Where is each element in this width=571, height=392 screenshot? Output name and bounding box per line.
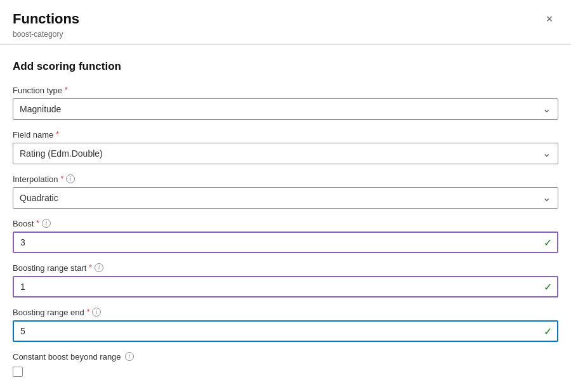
boosting-range-start-input[interactable] [13, 276, 558, 297]
function-type-group: Function type * Magnitude Freshness Dist… [13, 86, 558, 120]
required-star-2: * [56, 130, 59, 139]
function-type-label: Function type * [13, 86, 558, 95]
dialog-header: Functions boost-category × [0, 0, 571, 44]
close-button[interactable]: × [541, 10, 558, 28]
constant-boost-checkbox-wrapper [13, 367, 558, 377]
function-type-select[interactable]: Magnitude Freshness Distance Tag [13, 98, 558, 120]
boosting-range-start-label: Boosting range start * i [13, 263, 558, 273]
dialog-title: Functions [13, 10, 558, 29]
field-name-group: Field name * Rating (Edm.Double) [13, 130, 558, 164]
section-title: Add scoring function [13, 60, 558, 73]
required-star-6: * [87, 308, 90, 317]
field-name-label: Field name * [13, 130, 558, 140]
function-type-select-wrapper: Magnitude Freshness Distance Tag [13, 98, 558, 120]
boost-input-wrapper [13, 232, 558, 253]
interpolation-select[interactable]: Linear Constant Quadratic Logarithmic [13, 187, 558, 209]
dialog-subtitle: boost-category [13, 30, 558, 39]
required-star-3: * [61, 174, 64, 183]
boosting-range-end-label: Boosting range end * i [13, 308, 558, 317]
boosting-range-end-input[interactable] [13, 320, 558, 342]
boost-group: Boost * i [13, 219, 558, 253]
boosting-range-start-group: Boosting range start * i [13, 263, 558, 297]
required-star-5: * [89, 263, 92, 272]
boosting-range-end-info-icon[interactable]: i [92, 308, 101, 317]
constant-boost-label: Constant boost beyond range i [13, 352, 558, 362]
boost-info-icon[interactable]: i [42, 219, 51, 228]
constant-boost-group: Constant boost beyond range i [13, 352, 558, 377]
functions-dialog: Functions boost-category × Add scoring f… [0, 0, 571, 392]
interpolation-group: Interpolation * i Linear Constant Quadra… [13, 174, 558, 209]
boosting-range-end-input-wrapper [13, 320, 558, 342]
boosting-range-end-group: Boosting range end * i [13, 308, 558, 342]
boosting-range-start-input-wrapper [13, 276, 558, 297]
boost-label: Boost * i [13, 219, 558, 228]
field-name-select-wrapper: Rating (Edm.Double) [13, 143, 558, 164]
constant-boost-info-icon[interactable]: i [125, 352, 134, 361]
dialog-body: Add scoring function Function type * Mag… [0, 45, 571, 392]
required-star-4: * [36, 219, 39, 228]
constant-boost-checkbox[interactable] [13, 367, 23, 377]
interpolation-select-wrapper: Linear Constant Quadratic Logarithmic [13, 187, 558, 209]
boost-input[interactable] [13, 232, 558, 253]
field-name-select[interactable]: Rating (Edm.Double) [13, 143, 558, 164]
boosting-range-start-info-icon[interactable]: i [95, 263, 103, 272]
required-star: * [65, 86, 68, 95]
close-icon: × [546, 13, 553, 26]
interpolation-label: Interpolation * i [13, 174, 558, 184]
interpolation-info-icon[interactable]: i [66, 174, 75, 183]
